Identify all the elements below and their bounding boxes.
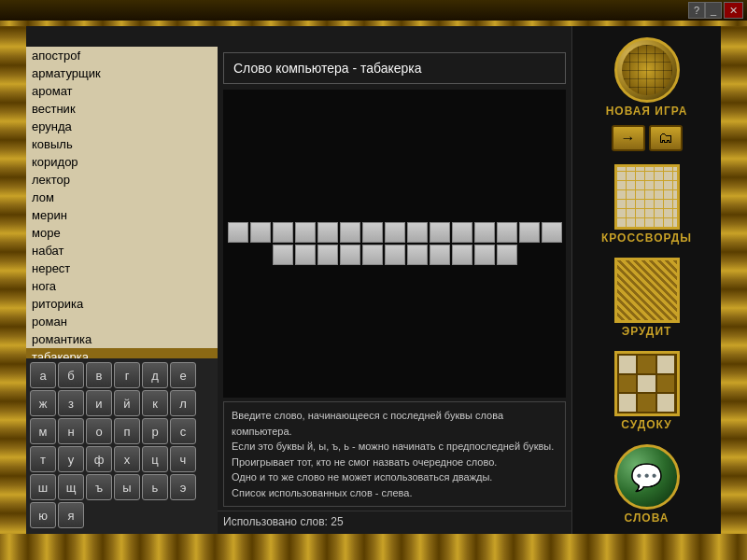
keyboard-key[interactable]: е: [170, 362, 196, 388]
keyboard-key[interactable]: л: [170, 390, 196, 416]
keyboard-key[interactable]: г: [114, 362, 140, 388]
keyboard-key[interactable]: ы: [114, 474, 140, 500]
word-list-item[interactable]: арматурщик: [26, 64, 218, 82]
keyboard-key[interactable]: я: [58, 502, 84, 528]
crosswords-icon: [614, 164, 680, 230]
word-list-item[interactable]: ковыль: [26, 135, 218, 153]
word-list-item[interactable]: набат: [26, 242, 218, 259]
keyboard-key[interactable]: н: [58, 418, 84, 444]
keyboard-row: туфхцч: [30, 446, 214, 472]
word-list-item[interactable]: нога: [26, 277, 218, 295]
close-button[interactable]: ✕: [724, 2, 743, 19]
word-list-item[interactable]: коридор: [26, 153, 218, 171]
instruction-line5: Список использованных слов - слева.: [232, 485, 557, 501]
instruction-line4: Одно и то же слово не может использовать…: [232, 469, 557, 485]
nav-arrow-left[interactable]: →: [612, 125, 645, 151]
keyboard-key[interactable]: в: [86, 362, 112, 388]
word-list-item[interactable]: аромат: [26, 82, 218, 100]
keyboard-key[interactable]: с: [170, 418, 196, 444]
letter-tile: [407, 245, 428, 265]
sudoku-button[interactable]: СУДОКУ: [586, 351, 708, 431]
words-button[interactable]: 💬 СЛОВА: [586, 444, 708, 525]
letter-tile: [430, 222, 450, 243]
keyboard-key[interactable]: т: [30, 446, 56, 472]
word-list-item[interactable]: мерин: [26, 206, 218, 224]
keyboard-key[interactable]: б: [58, 362, 84, 388]
word-list-item[interactable]: море: [26, 224, 218, 242]
word-list-item[interactable]: апострof: [26, 47, 218, 64]
keyboard-key[interactable]: и: [86, 390, 112, 416]
keyboard-key[interactable]: ц: [142, 446, 168, 472]
letter-tile: [250, 222, 271, 243]
word-list-item[interactable]: лом: [26, 189, 218, 206]
letter-tile: [317, 222, 338, 243]
keyboard-key[interactable]: ч: [170, 446, 196, 472]
word-list-item[interactable]: роман: [26, 313, 218, 330]
letter-tile: [295, 245, 316, 265]
keyboard-key[interactable]: к: [142, 390, 168, 416]
word-list-container[interactable]: апострofарматурщикароматвестникерундаков…: [26, 47, 218, 358]
sudoku-cell: [619, 356, 637, 373]
sudoku-cell: [657, 356, 675, 373]
keyboard-key[interactable]: й: [114, 390, 140, 416]
letter-tiles: [223, 222, 566, 265]
keyboard-row: абвгде: [30, 362, 214, 388]
keyboard-key[interactable]: ю: [30, 502, 56, 528]
letter-tile: [340, 245, 360, 265]
keyboard-key[interactable]: у: [58, 446, 84, 472]
words-used: Использовано слов: 25: [218, 511, 571, 534]
keyboard-key[interactable]: ш: [30, 474, 56, 500]
letter-tile: [407, 222, 428, 243]
nav-arrow-right[interactable]: 🗂: [649, 125, 683, 151]
letter-tile: [474, 245, 495, 265]
word-list-item[interactable]: нерест: [26, 259, 218, 277]
letter-tile: [452, 245, 472, 265]
word-list-item[interactable]: лектор: [26, 171, 218, 189]
new-game-button[interactable]: НОВАЯ ИГРА: [586, 37, 708, 118]
letter-tile: [273, 222, 293, 243]
word-list-item[interactable]: романтика: [26, 330, 218, 348]
sudoku-icon: [614, 351, 680, 416]
keyboard-key[interactable]: щ: [58, 474, 84, 500]
new-game-icon: [614, 37, 680, 103]
keyboard-key[interactable]: ь: [142, 474, 168, 500]
word-list-item[interactable]: ерунда: [26, 118, 218, 135]
title-bar: ? _ ✕: [0, 0, 747, 21]
letter-tile: [385, 245, 405, 265]
keyboard-key[interactable]: п: [114, 418, 140, 444]
keyboard-key[interactable]: д: [142, 362, 168, 388]
keyboard-key[interactable]: ф: [86, 446, 112, 472]
word-list-item[interactable]: табакерка: [26, 348, 218, 358]
keyboard-key[interactable]: о: [86, 418, 112, 444]
crosswords-button[interactable]: КРОССВОРДЫ: [586, 164, 708, 245]
sudoku-cell: [638, 375, 655, 393]
words-used-label: Использовано слов: 25: [223, 515, 344, 528]
keyboard-key[interactable]: э: [170, 474, 196, 500]
words-label: СЛОВА: [586, 511, 708, 525]
erudite-button[interactable]: ЭРУДИТ: [586, 258, 708, 338]
help-button[interactable]: ?: [688, 2, 705, 19]
keyboard-key[interactable]: х: [114, 446, 140, 472]
sudoku-cell: [638, 356, 655, 373]
keyboard-key[interactable]: ъ: [86, 474, 112, 500]
left-panel: апострofарматурщикароматвестникерундаков…: [26, 47, 218, 534]
keyboard-row: мнопрс: [30, 418, 214, 444]
border-right: [721, 0, 747, 560]
word-list[interactable]: апострofарматурщикароматвестникерундаков…: [26, 47, 218, 358]
border-left: [0, 0, 26, 560]
word-list-item[interactable]: риторика: [26, 295, 218, 313]
erudite-label: ЭРУДИТ: [586, 325, 708, 338]
minimize-button[interactable]: _: [705, 2, 722, 19]
instruction-line3: Проигрывает тот, кто не смог назвать оче…: [232, 455, 557, 470]
keyboard-key[interactable]: м: [30, 418, 56, 444]
letter-tile: [430, 245, 450, 265]
word-list-item[interactable]: вестник: [26, 100, 218, 118]
keyboard-key[interactable]: р: [142, 418, 168, 444]
keyboard-key[interactable]: а: [30, 362, 56, 388]
keyboard-key[interactable]: ж: [30, 390, 56, 416]
right-panel: НОВАЯ ИГРА → 🗂 КРОССВОРДЫ ЭРУДИТ СУДОКУ: [571, 26, 721, 534]
letter-tile: [452, 222, 472, 243]
sudoku-cell: [619, 375, 637, 393]
keyboard-key[interactable]: з: [58, 390, 84, 416]
letter-tile: [497, 245, 517, 265]
